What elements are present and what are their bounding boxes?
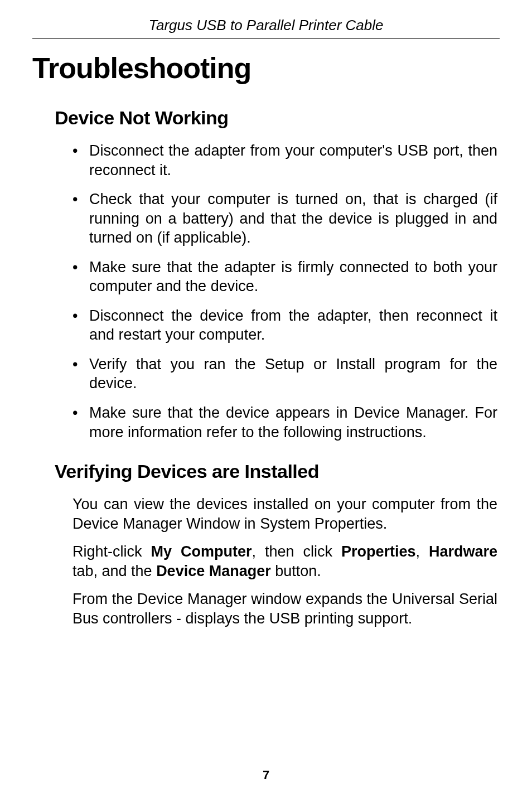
page-title: Troubleshooting: [32, 51, 500, 85]
text-fragment: tab, and the: [72, 563, 156, 579]
page-number: 7: [0, 768, 532, 782]
text-fragment: button.: [271, 563, 321, 579]
text-fragment: Right-click: [72, 543, 151, 560]
list-item: Check that your computer is turned on, t…: [72, 190, 497, 248]
list-item: Make sure that the device appears in Dev…: [72, 403, 497, 442]
section-verifying-heading: Verifying Devices are Installed: [55, 461, 500, 482]
verify-paragraph-2: Right-click My Computer, then click Prop…: [72, 542, 497, 581]
verify-paragraph-3: From the Device Manager window expands t…: [72, 589, 497, 628]
section-device-not-working-heading: Device Not Working: [55, 107, 500, 129]
text-fragment: , then click: [252, 543, 341, 560]
emphasis-my-computer: My Computer: [151, 543, 252, 560]
emphasis-device-manager: Device Manager: [156, 563, 271, 579]
troubleshooting-list: Disconnect the adapter from your compute…: [72, 141, 497, 442]
list-item: Make sure that the adapter is firmly con…: [72, 258, 497, 296]
text-fragment: ,: [415, 543, 428, 560]
verify-paragraph-1: You can view the devices installed on yo…: [72, 495, 497, 533]
emphasis-properties: Properties: [341, 543, 416, 560]
emphasis-hardware: Hardware: [429, 543, 497, 560]
list-item: Disconnect the adapter from your compute…: [72, 141, 497, 180]
document-header: Targus USB to Parallel Printer Cable: [32, 17, 500, 39]
list-item: Verify that you ran the Setup or Install…: [72, 355, 497, 393]
list-item: Disconnect the device from the adapter, …: [72, 306, 497, 345]
